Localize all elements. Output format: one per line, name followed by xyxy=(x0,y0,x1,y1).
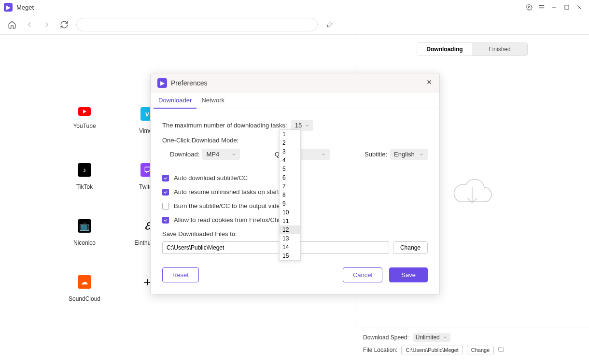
menu-icon[interactable] xyxy=(536,1,547,13)
subtitle-lang-label: Subtitle: xyxy=(365,151,387,158)
download-tabs: Downloading Finished xyxy=(355,35,589,64)
dropdown-option[interactable]: 1 xyxy=(280,130,300,139)
tab-downloader[interactable]: Downloader xyxy=(154,93,196,109)
max-tasks-dropdown[interactable]: 123456789101112131415 xyxy=(279,129,301,261)
dropdown-option[interactable]: 6 xyxy=(280,173,300,182)
change-path-button[interactable]: Change xyxy=(393,241,428,254)
checkbox-auto-resume[interactable] xyxy=(162,189,169,196)
subtitle-lang-select[interactable]: English xyxy=(390,149,428,160)
dropdown-option[interactable]: 13 xyxy=(280,234,300,243)
reset-button[interactable]: Reset xyxy=(162,267,199,282)
download-format-label: Download: xyxy=(170,151,199,158)
maximize-icon[interactable] xyxy=(561,1,573,13)
dropdown-option[interactable]: 7 xyxy=(280,182,300,191)
save-path-input[interactable] xyxy=(162,241,389,254)
dropdown-option[interactable]: 2 xyxy=(280,139,300,147)
niconico-icon: 📺 xyxy=(78,219,91,233)
site-niconico[interactable]: 📺Niconico xyxy=(53,219,116,246)
save-button[interactable]: Save xyxy=(389,267,428,282)
speed-label: Download Speed: xyxy=(363,334,409,341)
location-change-button[interactable]: Change xyxy=(467,346,494,354)
home-icon[interactable] xyxy=(7,19,17,30)
soundcloud-icon: ☁ xyxy=(78,275,91,289)
youtube-icon xyxy=(78,107,91,116)
right-footer: Download Speed: Unlimited File Location:… xyxy=(355,327,589,364)
reload-icon[interactable] xyxy=(59,19,70,30)
speed-select[interactable]: Unlimited xyxy=(413,333,450,342)
download-format-select[interactable]: MP4 xyxy=(202,149,240,160)
cloud-download-icon xyxy=(448,175,496,216)
cancel-button[interactable]: Cancel xyxy=(343,267,382,282)
checkbox-auto-subtitle[interactable] xyxy=(162,175,169,182)
max-tasks-label: The maximum number of downloading tasks: xyxy=(162,122,287,129)
forward-icon[interactable] xyxy=(42,19,52,30)
tab-downloading[interactable]: Downloading xyxy=(417,43,472,56)
tab-network[interactable]: Network xyxy=(196,93,229,109)
dialog-title: Preferences xyxy=(171,79,207,87)
dropdown-option[interactable]: 9 xyxy=(280,199,300,208)
tiktok-icon: ♪ xyxy=(78,163,91,177)
dropdown-option[interactable]: 10 xyxy=(280,208,300,217)
checkbox-read-cookies[interactable] xyxy=(162,217,169,224)
svg-point-0 xyxy=(528,6,530,8)
dropdown-option[interactable]: 12 xyxy=(280,225,300,234)
dropdown-option[interactable]: 14 xyxy=(280,243,300,252)
dropdown-option[interactable]: 4 xyxy=(280,156,300,165)
tab-finished[interactable]: Finished xyxy=(472,43,527,56)
svg-rect-5 xyxy=(565,5,569,9)
checkbox-burn-subtitle[interactable] xyxy=(162,203,169,210)
titlebar: ▶ Meget xyxy=(0,0,589,14)
site-soundcloud[interactable]: ☁SoundCloud xyxy=(53,275,116,302)
svg-marker-8 xyxy=(83,110,86,113)
location-label: File Location: xyxy=(363,347,397,353)
folder-icon[interactable] xyxy=(498,346,505,354)
dropdown-option[interactable]: 15 xyxy=(280,252,300,260)
dialog-close-icon[interactable] xyxy=(426,79,433,87)
dropdown-option[interactable]: 11 xyxy=(280,217,300,225)
back-icon[interactable] xyxy=(24,19,35,30)
browser-toolbar xyxy=(0,14,589,35)
location-value: C:\Users\Public\Meget xyxy=(401,346,463,354)
brush-icon[interactable] xyxy=(324,19,335,30)
dropdown-option[interactable]: 5 xyxy=(280,165,300,173)
site-tiktok[interactable]: ♪TikTok xyxy=(53,163,116,190)
close-icon[interactable] xyxy=(574,1,585,13)
settings-icon[interactable] xyxy=(523,1,535,13)
app-logo-icon: ▶ xyxy=(4,3,13,12)
minimize-icon[interactable] xyxy=(548,1,560,13)
site-youtube[interactable]: YouTube xyxy=(53,107,116,134)
app-title: Meget xyxy=(16,4,34,11)
dropdown-option[interactable]: 8 xyxy=(280,191,300,199)
dialog-logo-icon: ▶ xyxy=(157,78,167,88)
url-input[interactable] xyxy=(76,18,318,31)
dropdown-option[interactable]: 3 xyxy=(280,147,300,156)
